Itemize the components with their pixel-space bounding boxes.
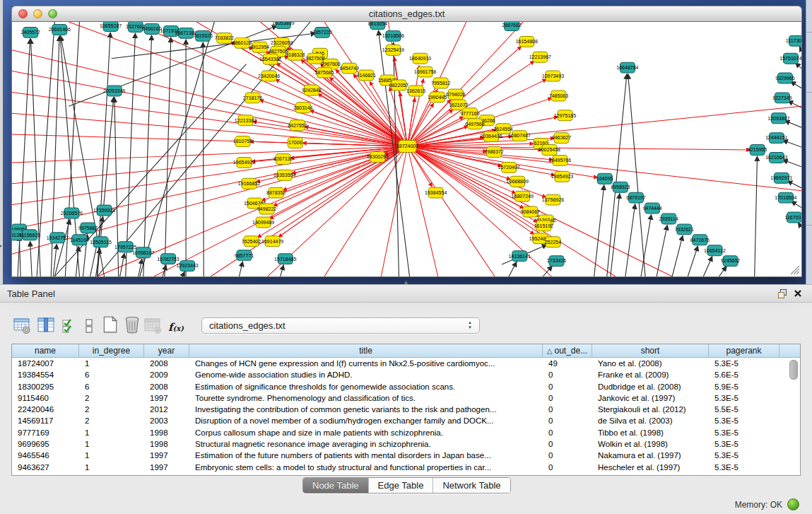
table-row[interactable]: 977716911998Corpus callosum shape and si… [12, 427, 800, 438]
panel-title: Table Panel [7, 288, 55, 299]
column-header-year[interactable]: year [144, 344, 189, 357]
graph-node-label: 16807249 [512, 194, 534, 199]
table-cell: 5.3E-5 [709, 358, 779, 369]
graph-edge-black [203, 42, 204, 276]
table-cell: Tibbo et al. (1998) [592, 427, 709, 438]
graph-node-label: 5875685 [314, 70, 334, 75]
graph-node-label: 13505115 [90, 240, 112, 245]
graph-node-label: 16154808 [516, 39, 538, 44]
graph-edge-red [394, 57, 408, 146]
table-cell: Nakamura et al. (1997) [592, 450, 709, 461]
tab-network-table[interactable]: Network Table [433, 478, 510, 493]
graph-edge-red [381, 146, 407, 276]
select-rows-button[interactable] [61, 316, 80, 334]
graph-node-label: 1615192 [534, 223, 553, 228]
table-selector-dropdown[interactable]: citations_edges.txt ▲▼ [201, 317, 480, 334]
memory-status-indicator[interactable] [787, 498, 799, 510]
graph-node-label: 16782753 [157, 257, 179, 262]
zoom-window-button[interactable] [48, 9, 57, 18]
column-header-short[interactable]: short [592, 344, 709, 357]
graph-edge-black [126, 33, 136, 276]
tab-node-table[interactable]: Node Table [303, 478, 369, 493]
graph-edge-black [239, 262, 242, 276]
graph-node-label: 10025458 [539, 147, 560, 152]
window-titlebar[interactable]: citations_edges.txt [11, 6, 802, 22]
table-row[interactable]: 1456911722003Disruption of a novel membe… [12, 415, 800, 426]
graph-node-label: 9084067 [521, 209, 540, 214]
graph-node-label: 2935114 [659, 216, 678, 221]
row-height-button[interactable] [81, 317, 99, 335]
graph-node-label: 9463627 [552, 136, 571, 141]
graph-node-label: 8215955 [748, 147, 767, 152]
table-cell: 5.3E-5 [709, 415, 779, 426]
table-row[interactable]: 969969511998Structural magnetic resonanc… [12, 438, 800, 450]
graph-node-label: 1167531 [785, 215, 801, 220]
minimize-window-button[interactable] [33, 9, 42, 18]
graph-node-label: 9242848 [302, 88, 321, 93]
tab-edge-table[interactable]: Edge Table [369, 478, 434, 493]
table-row[interactable]: 946362711997Embryonic stem cells: a mode… [12, 462, 800, 473]
column-header-pagerank[interactable]: pagerank [709, 344, 779, 357]
table-cell: Disruption of a novel member of a sodium… [189, 415, 543, 426]
graph-node-label: 20053346 [103, 88, 125, 93]
table-cell: 22420046 [12, 404, 79, 415]
graph-edge-black [703, 256, 712, 276]
graph-edge-black [165, 37, 171, 276]
graph-node-label: 9827508 [305, 56, 324, 61]
graph-node-label: 10655287 [100, 23, 122, 28]
table-cell: 5.3E-5 [709, 438, 779, 450]
delete-button[interactable] [123, 315, 141, 334]
graph-node-label: 19166852 [238, 181, 260, 186]
table-cell: Jankovic et al. (1997) [592, 392, 709, 404]
graph-node-label: 7932621 [675, 227, 694, 232]
graph-node-label: 18640910 [409, 56, 431, 61]
table-cell: Estimation of significance thresholds fo… [189, 381, 543, 392]
table-cell: Structural magnetic resonance image aver… [189, 438, 543, 450]
table-cell: 14569117 [12, 415, 79, 426]
table-row[interactable]: 2242004622012Investigating the contribut… [12, 404, 800, 415]
graph-edge-red [408, 146, 438, 276]
graph-node-label: 3624554 [493, 127, 512, 132]
graph-node-label: 1810755 [233, 139, 252, 144]
table-scrollbar-thumb[interactable] [789, 360, 798, 380]
table-row[interactable]: 911546021997Tourette syndrome. Phenomeno… [12, 392, 800, 404]
table-cell: 1 [79, 427, 144, 438]
close-panel-button[interactable] [792, 288, 804, 300]
show-columns-button[interactable] [37, 316, 56, 334]
function-builder-button[interactable]: f(x) [167, 318, 185, 337]
column-header-out_de[interactable]: △out_de... [543, 344, 592, 357]
splitter-handle-icon[interactable]: ▲ [403, 279, 409, 286]
table-row[interactable]: 1938455462009Genome-wide association stu… [12, 369, 800, 380]
graph-node-label: 16053809 [272, 22, 294, 25]
graph-node-label: 14099489 [252, 220, 274, 225]
left-splitter[interactable]: ▸ [0, 0, 3, 284]
table-row[interactable]: 1872400712008Changes of HCN gene express… [12, 358, 800, 369]
table-row[interactable]: 946554611997Estimation of the future num… [12, 450, 800, 461]
table-cell: 0 [543, 427, 592, 438]
column-header-name[interactable]: name [12, 344, 79, 357]
graph-node-label: 17359928 [93, 208, 115, 213]
network-canvas[interactable]: 1872400771638228860128891295423226058982… [11, 22, 802, 277]
table-cell: 6 [79, 381, 144, 392]
graph-node-label: 1362615 [406, 88, 425, 93]
graph-node-label: 8912954 [250, 45, 269, 49]
graph-node-label: 19218506 [382, 33, 404, 38]
float-panel-button[interactable] [777, 288, 788, 300]
window-resize-grip[interactable] [789, 264, 800, 275]
graph-node-label: 16961758 [414, 69, 436, 74]
create-column-button[interactable] [101, 315, 119, 334]
close-window-button[interactable] [18, 9, 28, 18]
graph-node-label: 23226058 [271, 40, 293, 45]
column-header-in_degree[interactable]: in_degree [79, 344, 144, 357]
column-header-filler [779, 344, 800, 357]
graph-node-label: 9245652 [721, 259, 740, 264]
table-cell: de Silva et al. (2003) [592, 415, 709, 426]
graph-node-label: 7485063 [549, 93, 568, 98]
column-header-title[interactable]: title [189, 344, 543, 357]
graph-node-label: 1990445 [428, 95, 447, 100]
table-tabs: Node TableEdge TableNetwork Table [302, 477, 511, 493]
table-mode-button[interactable] [13, 316, 32, 334]
table-cell: 19384554 [12, 369, 79, 380]
table-row[interactable]: 1830029562008Estimation of significance … [12, 381, 800, 392]
graph-edge-black [672, 235, 683, 276]
